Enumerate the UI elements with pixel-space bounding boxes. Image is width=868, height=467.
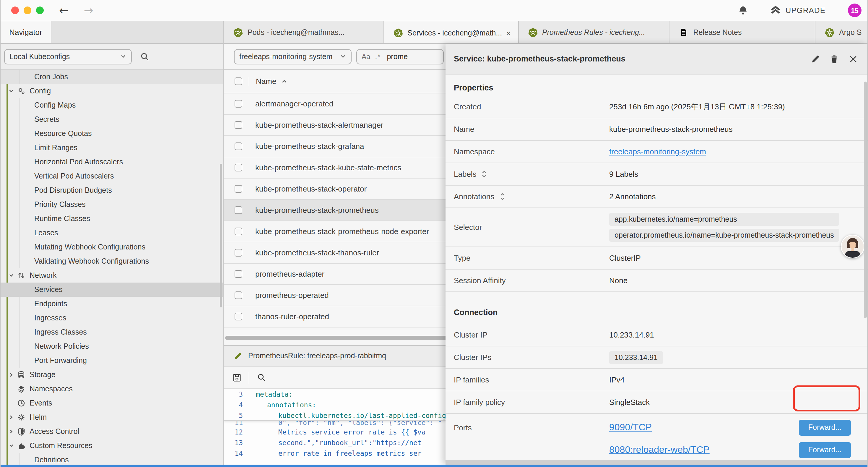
sidebar-item[interactable]: Helm (1, 410, 223, 425)
document-tab[interactable]: Release Notes (670, 21, 815, 43)
tree-chevron-icon[interactable] (8, 272, 14, 279)
kubernetes-icon (528, 28, 537, 37)
editor-tab-label[interactable]: PrometheusRule: freeleaps-prod-rabbitmq (248, 352, 386, 360)
row-checkbox[interactable] (235, 206, 242, 214)
kubeconfig-select[interactable]: Local Kubeconfigs (4, 49, 132, 64)
sidebar-item-label: Horizontal Pod Autoscalers (34, 158, 123, 166)
match-case-toggle[interactable]: Aa (362, 52, 370, 61)
forward-button[interactable]: → (84, 5, 93, 16)
sidebar-item[interactable]: Priority Classes (1, 198, 223, 212)
tree-chevron-icon[interactable] (8, 414, 14, 420)
save-icon[interactable] (232, 373, 242, 382)
connection-heading: Connection (445, 292, 867, 324)
navigator-tab-zone: Navigator (1, 21, 224, 43)
minimize-window-button[interactable] (24, 6, 31, 14)
sidebar-item[interactable]: Config (1, 84, 223, 98)
row-checkbox[interactable] (235, 164, 242, 171)
sidebar-item[interactable]: Events (1, 396, 223, 410)
tree-chevron-icon[interactable] (8, 443, 14, 449)
notifications-bell-icon[interactable] (738, 5, 748, 16)
document-tab[interactable]: Argo Se (815, 21, 867, 43)
cluster-ip-label: Cluster IP (454, 330, 609, 339)
regex-toggle[interactable]: .* (375, 52, 381, 61)
sidebar-item[interactable]: Leases (1, 226, 223, 240)
row-checkbox[interactable] (235, 228, 242, 235)
row-checkbox[interactable] (235, 270, 242, 278)
tree-chevron-icon[interactable] (8, 88, 14, 94)
row-checkbox[interactable] (235, 185, 242, 193)
row-checkbox[interactable] (235, 313, 242, 320)
port-link[interactable]: 8080:reloader-web/TCP (609, 444, 710, 455)
upgrade-button[interactable]: UPGRADE (771, 5, 826, 16)
document-tab[interactable]: Pods - icecheng@mathmas... (224, 21, 384, 43)
sort-ascending-icon[interactable] (280, 78, 287, 85)
sidebar-scrollbar[interactable] (220, 164, 222, 308)
name-column-header[interactable]: Name (256, 77, 276, 86)
tree-chevron-icon[interactable] (8, 429, 14, 435)
row-checkbox[interactable] (235, 121, 242, 129)
service-name: prometheus-adapter (255, 269, 324, 279)
sidebar-item[interactable]: Cron Jobs (1, 70, 223, 84)
forward-button[interactable]: Forward... (799, 419, 851, 435)
namespace-link[interactable]: freeleaps-monitoring-system (609, 147, 706, 156)
sidebar-item[interactable]: Network Policies (1, 339, 223, 353)
tree-chevron-icon[interactable] (8, 372, 14, 378)
select-all-checkbox[interactable] (235, 78, 242, 85)
sidebar-item[interactable]: Storage (1, 368, 223, 382)
close-window-button[interactable] (11, 6, 19, 14)
created-label: Created (454, 102, 609, 111)
sidebar-item[interactable]: Services (1, 283, 223, 297)
sidebar-item[interactable]: Port Forwarding (1, 353, 223, 368)
labels-label: Labels (454, 170, 476, 178)
sidebar-item[interactable]: Secrets (1, 112, 223, 126)
sidebar-item[interactable]: Pod Disruption Budgets (1, 183, 223, 198)
expand-collapse-icon[interactable] (481, 170, 488, 178)
back-button[interactable]: ← (59, 5, 68, 16)
sidebar-item[interactable]: Limit Ranges (1, 141, 223, 155)
sidebar-search-icon[interactable] (140, 52, 150, 61)
cluster-ips-chip: 10.233.14.91 (609, 351, 663, 364)
sidebar-item[interactable]: Ingress Classes (1, 325, 223, 339)
notification-count-badge[interactable]: 15 (848, 4, 862, 17)
expand-collapse-icon[interactable] (499, 193, 505, 200)
editor-search-icon[interactable] (257, 373, 266, 382)
sidebar-item[interactable]: Namespaces (1, 382, 223, 396)
detail-horizontal-scrollbar[interactable] (445, 460, 867, 465)
close-panel-icon[interactable] (848, 54, 858, 63)
zoom-window-button[interactable] (36, 6, 44, 14)
kubernetes-icon (234, 28, 243, 37)
sidebar-item[interactable]: Mutating Webhook Configurations (1, 240, 223, 254)
edit-icon[interactable] (811, 54, 820, 63)
annotations-value[interactable]: 2 Annotations (609, 192, 656, 201)
row-checkbox[interactable] (235, 291, 242, 299)
row-checkbox[interactable] (235, 143, 242, 150)
row-checkbox[interactable] (235, 249, 242, 257)
sidebar-item[interactable]: Endpoints (1, 297, 223, 311)
port-link[interactable]: 9090/TCP (609, 422, 652, 433)
document-tab[interactable]: Services - icecheng@math... × (384, 21, 519, 43)
document-tab[interactable]: Prometheus Rules - icecheng... (519, 21, 670, 43)
sidebar-item[interactable]: Custom Resources (1, 439, 223, 453)
sidebar-item[interactable]: Validating Webhook Configurations (1, 254, 223, 268)
sidebar-item[interactable]: Config Maps (1, 98, 223, 112)
tree-group-icon (17, 271, 25, 280)
sidebar-item[interactable]: Ingresses (1, 311, 223, 325)
labels-value[interactable]: 9 Labels (609, 170, 638, 178)
sidebar-item[interactable]: Network (1, 268, 223, 283)
sidebar-item[interactable]: Definitions (1, 453, 223, 465)
forward-button[interactable]: Forward... (799, 442, 851, 458)
tab-navigator[interactable]: Navigator (1, 21, 52, 43)
sidebar-item[interactable]: Access Control (1, 425, 223, 439)
row-checkbox[interactable] (235, 100, 242, 108)
namespace-select[interactable]: freeleaps-monitoring-system (234, 49, 351, 64)
sidebar-item[interactable]: Resource Quotas (1, 126, 223, 141)
close-tab-icon[interactable]: × (505, 28, 512, 37)
user-avatar[interactable] (841, 235, 864, 258)
search-input[interactable]: Aa .* prome (356, 49, 444, 64)
tree-group-icon (17, 371, 25, 379)
delete-icon[interactable] (830, 54, 839, 63)
sidebar-item[interactable]: Horizontal Pod Autoscalers (1, 155, 223, 169)
sidebar-item[interactable]: Runtime Classes (1, 212, 223, 226)
sidebar-item[interactable]: Vertical Pod Autoscalers (1, 169, 223, 183)
detail-scrollbar[interactable] (864, 82, 867, 318)
